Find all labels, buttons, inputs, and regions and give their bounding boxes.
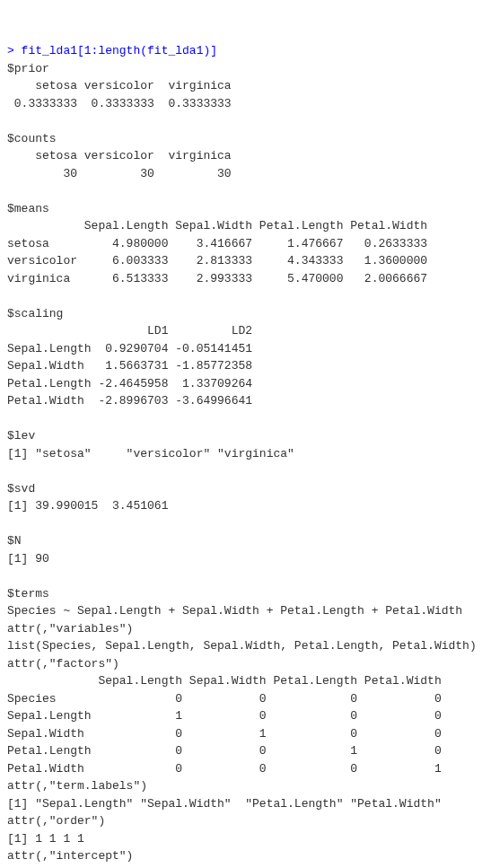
- n-values: [1] 90: [7, 552, 49, 566]
- counts-colnames: setosa versicolor virginica: [7, 149, 238, 162]
- terms-formula: Species ~ Sepal.Length + Sepal.Width + P…: [7, 604, 462, 618]
- terms-header: $terms: [7, 587, 49, 601]
- lev-header: $lev: [7, 429, 35, 443]
- svd-values: [1] 39.990015 3.451061: [7, 499, 168, 513]
- factors-row-petal-length: Petal.Length 0 0 1 0: [7, 744, 442, 758]
- attr-order: attr(,"order"): [7, 814, 105, 828]
- svd-header: $svd: [7, 482, 35, 495]
- means-colnames: Sepal.Length Sepal.Width Petal.Length Pe…: [7, 219, 427, 232]
- scaling-colnames: LD1 LD2: [7, 324, 252, 338]
- means-row-versicolor: versicolor 6.003333 2.813333 4.343333 1.…: [7, 254, 427, 267]
- means-header: $means: [7, 202, 49, 215]
- factors-row-petal-width: Petal.Width 0 0 0 1: [7, 762, 442, 776]
- scaling-header: $scaling: [7, 307, 63, 320]
- n-header: $N: [7, 534, 22, 548]
- attr-factors: attr(,"factors"): [7, 657, 119, 671]
- counts-values: 30 30 30: [7, 167, 238, 180]
- scaling-row-4: Petal.Width -2.8996703 -3.64996641: [7, 394, 252, 408]
- order-values: [1] 1 1 1 1: [7, 832, 84, 846]
- term-labels: [1] "Sepal.Length" "Sepal.Width" "Petal.…: [7, 797, 448, 811]
- lev-values: [1] "setosa" "versicolor" "virginica": [7, 447, 302, 460]
- prior-colnames: setosa versicolor virginica: [7, 79, 238, 92]
- factors-row-sepal-width: Sepal.Width 0 1 0 0: [7, 727, 442, 741]
- means-row-setosa: setosa 4.980000 3.416667 1.476667 0.2633…: [7, 237, 427, 250]
- prior-values: 0.3333333 0.3333333 0.3333333: [7, 97, 238, 110]
- r-console-command: > fit_lda1[1:length(fit_lda1)]: [7, 44, 217, 57]
- factors-row-sepal-length: Sepal.Length 1 0 0 0: [7, 709, 442, 723]
- counts-header: $counts: [7, 132, 57, 145]
- attr-variables: attr(,"variables"): [7, 622, 133, 636]
- means-row-virginica: virginica 6.513333 2.993333 5.470000 2.0…: [7, 272, 427, 285]
- factors-row-species: Species 0 0 0 0: [7, 692, 442, 706]
- list-variables: list(Species, Sepal.Length, Sepal.Width,…: [7, 639, 477, 653]
- scaling-row-1: Sepal.Length 0.9290704 -0.05141451: [7, 342, 252, 355]
- scaling-row-2: Sepal.Width 1.5663731 -1.85772358: [7, 359, 252, 373]
- attr-intercept: attr(,"intercept"): [7, 849, 133, 863]
- prior-header: $prior: [7, 62, 49, 75]
- scaling-row-3: Petal.Length -2.4645958 1.33709264: [7, 377, 252, 390]
- factors-colnames: Sepal.Length Sepal.Width Petal.Length Pe…: [7, 674, 442, 688]
- attr-termlabels: attr(,"term.labels"): [7, 779, 147, 793]
